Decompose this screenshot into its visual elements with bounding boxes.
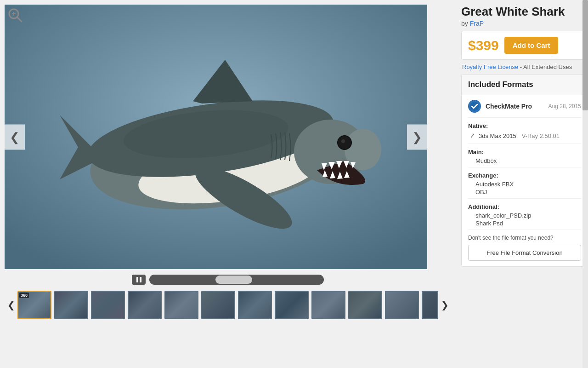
prev-image-button[interactable]: ❮ bbox=[5, 124, 25, 150]
zoom-icon[interactable] bbox=[7, 7, 23, 23]
thumbnails-row: ❮ 360 bbox=[5, 289, 451, 321]
svg-line-1 bbox=[17, 17, 22, 22]
thumbnail-item[interactable] bbox=[385, 291, 419, 319]
checkmate-date: Aug 28, 2015 bbox=[548, 103, 581, 109]
no-format-text: Don't see the file format you need? bbox=[468, 235, 581, 241]
native-renderer: V-Ray 2.50.01 bbox=[522, 132, 560, 139]
thumbnail-item[interactable] bbox=[275, 291, 309, 319]
svg-point-12 bbox=[345, 129, 381, 170]
additional-label: Additional: bbox=[468, 203, 581, 210]
svg-point-15 bbox=[341, 139, 345, 143]
license-row: Royalty Free License - All Extended Uses bbox=[461, 63, 588, 70]
badge-360: 360 bbox=[19, 293, 29, 298]
checkmate-icon bbox=[468, 100, 481, 113]
thumbnail-item[interactable] bbox=[348, 291, 382, 319]
main-format-item: Mudbox bbox=[468, 157, 581, 164]
author-by-label: by bbox=[461, 20, 468, 27]
license-link[interactable]: Royalty Free License bbox=[462, 63, 518, 70]
exchange-format-item-1: OBJ bbox=[468, 189, 581, 196]
formats-divider bbox=[468, 144, 581, 144]
conversion-button[interactable]: Free File Format Conversion bbox=[468, 245, 581, 261]
additional-format-item-0: shark_color_PSD.zip bbox=[468, 212, 581, 219]
playback-controls bbox=[5, 275, 451, 285]
progress-fill bbox=[149, 275, 219, 285]
exchange-format-item-0: Autodesk FBX bbox=[468, 181, 581, 188]
svg-point-14 bbox=[338, 136, 351, 149]
scrollbar-track bbox=[582, 0, 588, 368]
product-price: $399 bbox=[468, 38, 499, 53]
thumbnail-item[interactable] bbox=[128, 291, 162, 319]
thumbnail-item[interactable] bbox=[422, 291, 438, 319]
pause-bar-right bbox=[140, 277, 141, 282]
product-title: Great White Shark bbox=[461, 5, 588, 19]
main-item-0: Mudbox bbox=[475, 157, 497, 164]
formats-divider-4 bbox=[468, 230, 581, 230]
thumbnail-item[interactable] bbox=[91, 291, 125, 319]
right-panel: Great White Shark by FraP $399 Add to Ca… bbox=[456, 0, 588, 368]
additional-item-1: Shark Psd bbox=[475, 220, 503, 227]
native-label: Native: bbox=[468, 122, 581, 129]
native-software: 3ds Max 2015 bbox=[479, 132, 516, 139]
formats-divider-3 bbox=[468, 198, 581, 199]
scrollbar-thumb[interactable] bbox=[582, 0, 588, 110]
add-to-cart-button[interactable]: Add to Cart bbox=[504, 37, 559, 54]
formats-panel: Included Formats CheckMate Pro Aug 28, 2… bbox=[461, 74, 588, 267]
thumbnail-item[interactable] bbox=[311, 291, 345, 319]
exchange-label: Exchange: bbox=[468, 172, 581, 179]
pause-button[interactable] bbox=[132, 275, 146, 285]
exchange-item-0: Autodesk FBX bbox=[475, 181, 514, 188]
license-extra: - All Extended Uses bbox=[518, 63, 572, 70]
progress-thumb[interactable] bbox=[215, 276, 252, 284]
product-author: by FraP bbox=[461, 20, 588, 27]
thumbnail-item[interactable] bbox=[238, 291, 272, 319]
formats-divider-2 bbox=[468, 167, 581, 167]
formats-header: Included Formats bbox=[462, 75, 588, 95]
thumbnail-item[interactable] bbox=[201, 291, 235, 319]
pause-bar-left bbox=[136, 277, 138, 282]
exchange-item-1: OBJ bbox=[475, 189, 487, 196]
check-icon: ✓ bbox=[470, 132, 475, 139]
native-format-item: ✓ 3ds Max 2015 V-Ray 2.50.01 bbox=[468, 131, 581, 141]
thumb-next-button[interactable]: ❯ bbox=[438, 289, 451, 321]
checkmate-label: CheckMate Pro bbox=[486, 103, 544, 110]
thumbnail-item[interactable]: 360 bbox=[17, 291, 51, 319]
thumbnail-item[interactable] bbox=[54, 291, 88, 319]
next-arrow-icon: ❯ bbox=[412, 130, 422, 144]
checkmate-row: CheckMate Pro Aug 28, 2015 bbox=[468, 95, 581, 118]
author-link[interactable]: FraP bbox=[470, 20, 484, 27]
main-image-container: ❮ ❯ bbox=[5, 5, 427, 269]
progress-bar[interactable] bbox=[149, 275, 324, 285]
thumbnail-strip: 360 bbox=[17, 291, 438, 319]
additional-item-0: shark_color_PSD.zip bbox=[475, 212, 531, 219]
thumbnail-item[interactable] bbox=[164, 291, 198, 319]
additional-format-item-1: Shark Psd bbox=[468, 220, 581, 227]
thumb-prev-button[interactable]: ❮ bbox=[5, 289, 17, 321]
price-cart-row: $399 Add to Cart bbox=[461, 31, 588, 60]
main-label: Main: bbox=[468, 149, 581, 155]
prev-arrow-icon: ❮ bbox=[10, 130, 20, 144]
next-image-button[interactable]: ❯ bbox=[407, 124, 427, 150]
formats-body: CheckMate Pro Aug 28, 2015 Native: ✓ 3ds… bbox=[462, 95, 588, 266]
